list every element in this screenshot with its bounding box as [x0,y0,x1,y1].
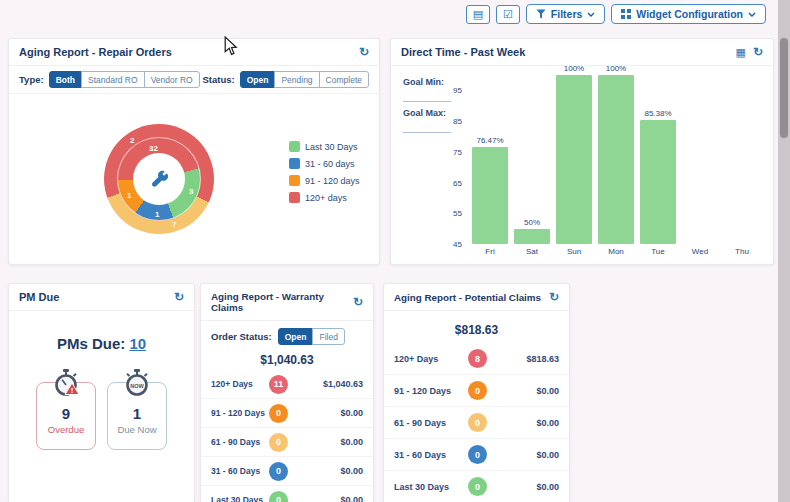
status-option-pending[interactable]: Pending [274,71,319,88]
bar-column: 100% [553,72,595,244]
direct-time-bar-chart: 76.47%50%100%100%85.38% FriSatSunMonTueW… [469,72,763,256]
svg-text:!: ! [71,386,74,395]
aging-row: 31 - 60 Days0$0.00 [201,456,373,485]
due-now-label: Due Now [108,424,166,435]
aging-bucket-label: 31 - 60 Days [211,466,269,476]
y-tick-label: 65 [453,178,462,187]
widget-title: Direct Time - Past Week [401,46,525,58]
count-badge[interactable]: 0 [269,433,288,452]
refresh-icon[interactable]: ↻ [174,291,184,303]
refresh-icon[interactable]: ↻ [549,291,559,303]
count-badge[interactable]: 0 [468,477,487,496]
count-badge[interactable]: 8 [468,349,487,368]
widget-header: Aging Report - Warranty Claims ↻ [201,284,373,321]
potential-total: $818.63 [384,323,569,337]
y-tick-label: 85 [453,117,462,126]
widget-header: Aging Report - Potential Claims ↻ [384,284,569,311]
widget-configuration-button[interactable]: Widget Configuration [611,4,766,24]
x-axis: FriSatSunMonTueWedThu [469,247,763,256]
bar-column: 50% [511,72,553,244]
table-view-icon[interactable]: ▦ [736,47,746,58]
stopwatch-due-now-icon: NOW [121,368,153,400]
overdue-card[interactable]: ! 9 Overdue [36,382,96,450]
aging-row: Last 30 Days0$0.00 [384,470,569,502]
type-toggle-group: Both Standard RO Vendor RO [49,71,200,88]
plot-area: 76.47%50%100%100%85.38% [469,72,763,244]
donut-legend: Last 30 Days31 - 60 days91 - 120 days120… [289,141,360,209]
repair-orders-controls: Type: Both Standard RO Vendor RO Status:… [9,66,379,94]
x-tick-label: Sun [553,247,595,256]
bar[interactable] [640,120,676,244]
amount-value: $0.00 [487,482,559,492]
vertical-scrollbar[interactable] [778,0,790,502]
type-option-vendor-ro[interactable]: Vendor RO [144,71,200,88]
chevron-down-icon [587,12,595,17]
pm-status-cards: ! 9 Overdue NOW 1 [9,382,194,450]
amount-value: $0.00 [487,450,559,460]
widget-direct-time: Direct Time - Past Week ▦ ↻ Goal Min: Go… [390,38,774,265]
bar[interactable] [598,75,634,244]
widget-title: Aging Report - Potential Claims [394,292,541,303]
aging-row: 31 - 60 Days0$0.00 [384,438,569,470]
y-tick-label: 55 [453,209,462,218]
legend-item: 120+ days [289,192,360,203]
slice-label-outer-yellow: 7 [172,220,176,229]
aging-bucket-label: 31 - 60 Days [394,450,468,460]
count-badge[interactable]: 0 [269,462,288,481]
scrollbar-thumb[interactable] [780,38,788,138]
status-toggle-group: Open Pending Complete [240,71,369,88]
bar-column: 85.38% [637,72,679,244]
legend-swatch [289,175,300,186]
count-badge[interactable]: 11 [269,375,288,394]
widget-aging-repair-orders: Aging Report - Repair Orders ↻ Type: Bot… [8,38,380,265]
bar[interactable] [514,229,550,244]
widget-title: Aging Report - Warranty Claims [211,291,353,313]
status-option-open[interactable]: Open [240,71,276,88]
refresh-icon[interactable]: ↻ [359,46,369,58]
count-badge[interactable]: 0 [468,413,487,432]
edit-widgets-button[interactable]: ☑ [496,5,520,24]
legend-label: 91 - 120 days [305,176,360,186]
type-option-both[interactable]: Both [49,71,82,88]
report-layout-button[interactable]: ▤ [466,5,490,24]
type-option-standard-ro[interactable]: Standard RO [81,71,145,88]
order-status-filed[interactable]: Filed [312,328,344,345]
widget-potential-claims: Aging Report - Potential Claims ↻ $818.6… [383,283,570,502]
status-option-complete[interactable]: Complete [319,71,369,88]
slice-label-outer-red: 2 [130,136,134,145]
count-badge[interactable]: 0 [269,404,288,423]
filters-button[interactable]: Filters [526,4,606,24]
legend-label: 120+ days [305,193,347,203]
legend-swatch [289,141,300,152]
legend-item: 31 - 60 days [289,158,360,169]
count-badge[interactable]: 0 [269,491,288,502]
slice-label-inner-green: 3 [189,187,193,196]
aging-bucket-label: 91 - 120 Days [211,408,269,418]
order-status-toggle-group: Open Filed [278,328,345,345]
repair-orders-donut-chart[interactable]: 2 32 3 1 1 7 [104,124,214,234]
refresh-icon[interactable]: ↻ [753,46,763,58]
widget-configuration-label: Widget Configuration [636,8,743,20]
aging-row: 120+ Days11$1,040.63 [201,370,373,398]
amount-value: $0.00 [487,418,559,428]
pms-due-count-link[interactable]: 10 [129,335,146,352]
aging-bucket-label: 120+ Days [394,354,468,364]
amount-value: $0.00 [288,466,363,476]
order-status-open[interactable]: Open [278,328,314,345]
widget-pm-due: PM Due ↻ PMs Due: 10 ! [8,283,195,502]
pms-due-label: PMs Due: [57,335,125,352]
aging-row: 91 - 120 Days0$0.00 [384,374,569,406]
bar[interactable] [556,75,592,244]
count-badge[interactable]: 0 [468,445,487,464]
widget-title: PM Due [19,291,59,303]
count-badge[interactable]: 0 [468,381,487,400]
due-now-card[interactable]: NOW 1 Due Now [107,382,167,450]
widget-header: Direct Time - Past Week ▦ ↻ [391,39,773,66]
x-tick-label: Sat [511,247,553,256]
warranty-aging-rows: 120+ Days11$1,040.6391 - 120 Days0$0.006… [201,370,373,502]
aging-bucket-label: 120+ Days [211,379,269,389]
bar[interactable] [472,147,508,244]
refresh-icon[interactable]: ↻ [353,296,363,308]
amount-value: $0.00 [288,437,363,447]
legend-swatch [289,192,300,203]
